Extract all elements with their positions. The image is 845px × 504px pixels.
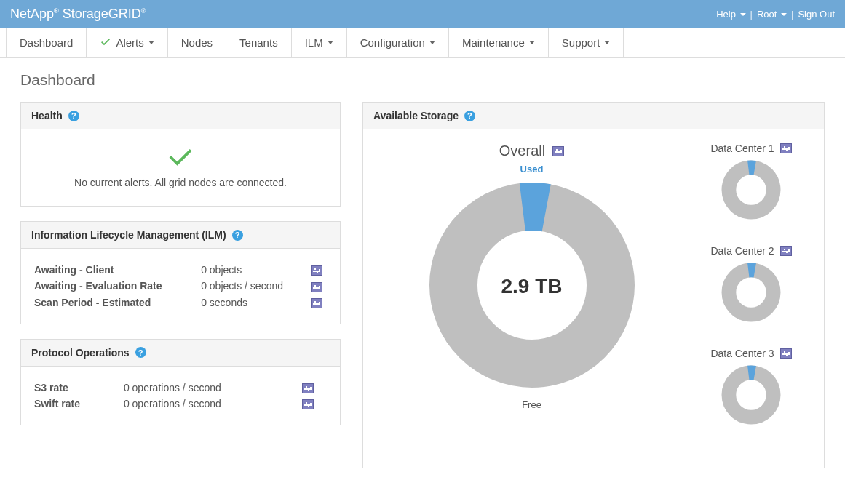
chart-icon[interactable] [552, 146, 564, 156]
nav-support[interactable]: Support [549, 28, 624, 57]
nav-label: Tenants [239, 36, 278, 49]
panel-header: Protocol Operations ? [21, 340, 340, 367]
row-label: Scan Period - Estimated [31, 295, 198, 311]
ilm-panel: Information Lifecycle Management (ILM) ?… [20, 221, 341, 324]
site-donut-chart [718, 260, 784, 325]
user-menu[interactable]: Root [757, 9, 787, 20]
site-name: Data Center 1 [710, 143, 774, 154]
separator: | [791, 9, 793, 20]
nav-tenants[interactable]: Tenants [226, 28, 292, 57]
panel-title: Health [31, 110, 63, 121]
help-icon[interactable]: ? [135, 347, 146, 358]
check-icon [31, 144, 330, 172]
health-message: No current alerts. All grid nodes are co… [31, 177, 330, 188]
table-row: Swift rate 0 operations / second [31, 396, 330, 412]
separator: | [750, 9, 753, 20]
table-row: Awaiting - Evaluation Rate 0 objects / s… [31, 278, 330, 294]
brand-text-1: NetApp [10, 7, 54, 21]
nav-label: Dashboard [20, 36, 73, 49]
nav-alerts[interactable]: Alerts [87, 28, 167, 57]
nav-dashboard[interactable]: Dashboard [6, 28, 87, 57]
row-value: 0 operations / second [121, 396, 300, 412]
nav-label: ILM [305, 36, 323, 49]
site-donut-chart [718, 362, 784, 428]
chart-icon[interactable] [311, 265, 322, 276]
free-label: Free [378, 399, 686, 410]
sign-out-link[interactable]: Sign Out [798, 9, 835, 20]
caret-down-icon [429, 41, 435, 44]
check-icon [100, 36, 111, 50]
page-title: Dashboard [20, 71, 825, 89]
reg-mark-2: ® [141, 7, 146, 15]
caret-down-icon [148, 41, 154, 44]
nav-maintenance[interactable]: Maintenance [449, 28, 549, 57]
caret-down-icon [328, 41, 333, 44]
panel-title: Available Storage [373, 110, 459, 121]
nav-label: Nodes [181, 36, 213, 49]
site-block: Data Center 3 [693, 348, 809, 430]
overall-donut-chart: 2.9 TB [423, 176, 641, 396]
top-bar: NetApp® StorageGRID® Help | Root | Sign … [0, 0, 845, 28]
health-panel: Health ? No current alerts. All grid nod… [20, 102, 341, 207]
top-right-links: Help | Root | Sign Out [716, 9, 835, 20]
nav-nodes[interactable]: Nodes [168, 28, 226, 57]
user-label: Root [757, 9, 777, 20]
caret-down-icon [781, 13, 787, 16]
site-block: Data Center 2 [693, 245, 809, 327]
panel-title: Protocol Operations [31, 347, 130, 359]
protocol-panel: Protocol Operations ? S3 rate 0 operatio… [20, 339, 341, 426]
help-icon[interactable]: ? [464, 111, 475, 121]
caret-down-icon [604, 41, 610, 44]
table-row: Scan Period - Estimated 0 seconds [31, 295, 330, 311]
row-value: 0 objects / second [198, 278, 308, 294]
nav-configuration[interactable]: Configuration [347, 28, 449, 57]
main-nav: Dashboard Alerts Nodes Tenants ILM Confi… [0, 28, 845, 58]
chart-icon[interactable] [311, 298, 322, 308]
nav-label: Maintenance [462, 36, 525, 49]
panel-title: Information Lifecycle Management (ILM) [31, 229, 226, 241]
site-donut-chart [718, 157, 784, 223]
panel-header: Health ? [21, 103, 340, 129]
chart-icon[interactable] [302, 399, 314, 409]
site-block: Data Center 1 [693, 143, 809, 225]
row-label: S3 rate [31, 380, 121, 396]
row-value: 0 seconds [198, 295, 308, 311]
row-label: Swift rate [31, 396, 121, 412]
nav-ilm[interactable]: ILM [292, 28, 347, 57]
reg-mark-1: ® [54, 7, 59, 15]
panel-header: Available Storage ? [363, 103, 824, 129]
nav-label: Configuration [360, 36, 425, 49]
help-icon[interactable]: ? [68, 111, 79, 121]
overall-title: Overall [499, 143, 564, 159]
chart-icon[interactable] [302, 383, 314, 393]
caret-down-icon [529, 41, 535, 44]
storage-panel: Available Storage ? Overall Used [362, 102, 825, 468]
used-label: Used [378, 164, 686, 175]
chart-icon[interactable] [780, 348, 792, 359]
row-label: Awaiting - Client [31, 262, 198, 278]
site-name: Data Center 3 [710, 348, 774, 359]
nav-label: Support [562, 36, 600, 49]
caret-down-icon [740, 13, 746, 16]
nav-label: Alerts [116, 36, 143, 49]
help-icon[interactable]: ? [232, 230, 243, 241]
chart-icon[interactable] [780, 246, 792, 256]
brand-logo: NetApp® StorageGRID® [10, 7, 146, 22]
brand-text-2: StorageGRID [59, 7, 141, 21]
sites-column: Data Center 1 Data Center 2 [693, 143, 809, 450]
chart-icon[interactable] [311, 282, 322, 292]
row-label: Awaiting - Evaluation Rate [31, 278, 198, 294]
table-row: Awaiting - Client 0 objects [31, 262, 330, 278]
chart-icon[interactable] [780, 143, 792, 153]
panel-header: Information Lifecycle Management (ILM) ? [21, 222, 340, 249]
table-row: S3 rate 0 operations / second [31, 380, 330, 396]
help-menu[interactable]: Help [716, 9, 745, 20]
row-value: 0 operations / second [121, 380, 300, 396]
site-name: Data Center 2 [710, 245, 774, 257]
help-label: Help [716, 9, 736, 20]
overall-label: Overall [499, 143, 545, 159]
row-value: 0 objects [198, 262, 308, 278]
donut-center-value: 2.9 TB [423, 275, 641, 298]
